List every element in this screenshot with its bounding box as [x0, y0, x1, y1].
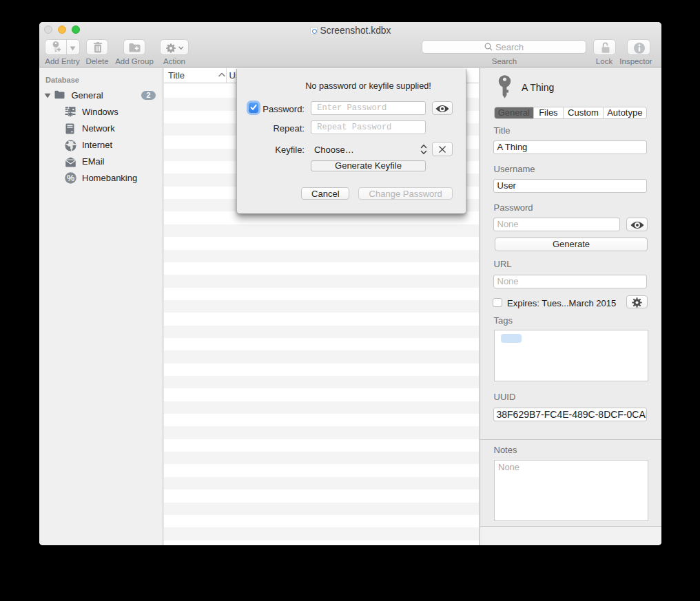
svg-text:%: %: [67, 173, 74, 183]
